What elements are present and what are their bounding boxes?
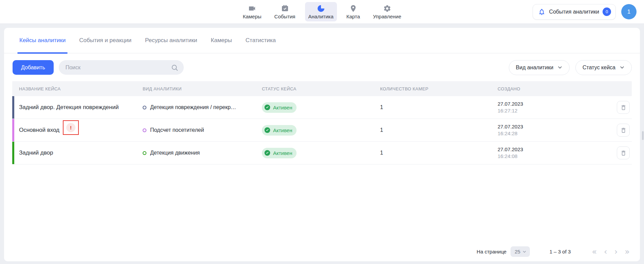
camera-count: 1	[380, 104, 383, 110]
search-box	[59, 60, 184, 75]
analytics-page-card: Кейсы аналитики События и реакции Ресурс…	[4, 28, 640, 261]
camera-icon	[248, 4, 256, 13]
nav-item-analytics[interactable]: Аналитика	[305, 2, 337, 21]
created-date: 27.07.2023	[498, 101, 523, 107]
per-page-label: На странице	[477, 249, 506, 254]
created-date: 27.07.2023	[498, 123, 523, 130]
tab-analytics-cases[interactable]: Кейсы аналитики	[19, 28, 66, 53]
tab-cameras[interactable]: Камеры	[211, 28, 232, 53]
add-case-button[interactable]: Добавить	[13, 60, 54, 75]
check-circle-icon	[264, 149, 271, 156]
bell-icon	[538, 8, 545, 16]
gear-icon	[383, 4, 391, 13]
column-header-case-name: НАЗВАНИЕ КЕЙСА	[12, 86, 136, 91]
row-accent-bar	[12, 142, 14, 164]
last-page-icon[interactable]: »	[625, 248, 630, 256]
next-page-icon[interactable]: ›	[614, 248, 618, 256]
pagination-range-label: 1 – 3 of 3	[550, 249, 571, 254]
user-avatar[interactable]: 1	[621, 4, 637, 19]
map-pin-icon	[349, 4, 357, 13]
nav-item-management[interactable]: Управление	[370, 2, 405, 21]
toolbar: Добавить Вид аналитики Статус кейса	[13, 60, 632, 75]
scrollbar-thumb[interactable]	[642, 131, 644, 140]
table-row[interactable]: Основной вход ! Подсчет посетителей Акти…	[12, 119, 632, 142]
created-time: 16:27:12	[498, 107, 523, 114]
case-status-filter[interactable]: Статус кейса	[575, 60, 632, 75]
events-count-badge: 0	[603, 7, 611, 16]
cases-table: НАЗВАНИЕ КЕЙСА ВИД АНАЛИТИКИ СТАТУС КЕЙС…	[12, 81, 632, 164]
nav-label: Аналитика	[308, 14, 334, 19]
nav-label: Карта	[346, 14, 360, 19]
check-circle-icon	[264, 127, 271, 134]
analytics-events-button[interactable]: События аналитики 0	[533, 4, 616, 20]
trash-icon	[620, 104, 627, 111]
nav-item-cameras[interactable]: Камеры	[239, 2, 265, 21]
section-tabs: Кейсы аналитики События и реакции Ресурс…	[4, 28, 640, 53]
first-page-icon[interactable]: «	[592, 248, 597, 256]
analytics-type-ring-icon	[143, 151, 146, 155]
table-header-row: НАЗВАНИЕ КЕЙСА ВИД АНАЛИТИКИ СТАТУС КЕЙС…	[12, 81, 632, 96]
chevron-down-icon	[522, 250, 526, 254]
per-page-value: 25	[515, 249, 520, 254]
delete-case-button[interactable]	[617, 124, 630, 137]
pagination-controls: « ‹ › »	[592, 248, 630, 256]
status-badge: Активен	[262, 102, 297, 113]
column-header-case-status: СТАТУС КЕЙСА	[255, 86, 373, 91]
case-name: Основной вход	[19, 127, 59, 134]
status-badge: Активен	[262, 148, 297, 158]
column-header-created: СОЗДАНО	[491, 86, 614, 91]
calendar-check-icon	[281, 4, 289, 13]
row-accent-bar	[12, 96, 14, 119]
status-label: Активен	[273, 105, 292, 110]
camera-count: 1	[380, 150, 383, 156]
top-bar: Камеры События Аналитика Карта Управлени…	[0, 0, 644, 24]
tab-events-and-reactions[interactable]: События и реакции	[79, 28, 131, 53]
per-page-select[interactable]: 25	[511, 246, 530, 257]
nav-label: Управление	[373, 14, 401, 19]
nav-label: Камеры	[243, 14, 262, 19]
table-row[interactable]: Задний двор Детекция движения Активен 1 …	[12, 142, 632, 164]
case-name: Задний двор	[19, 149, 53, 156]
created-date: 27.07.2023	[498, 146, 523, 153]
analytics-type: Детекция движения	[150, 150, 200, 156]
search-input[interactable]	[66, 65, 171, 71]
case-name: Задний двор. Детекция повреждений	[19, 104, 119, 111]
trash-icon	[620, 150, 627, 156]
delete-case-button[interactable]	[617, 101, 630, 114]
error-highlight-annotation: !	[63, 120, 79, 135]
analytics-type: Детекция повреждения / перекр…	[150, 104, 236, 110]
created-time: 16:24:28	[498, 130, 523, 137]
topbar-right: События аналитики 0 1	[405, 4, 637, 20]
events-button-label: События аналитики	[549, 9, 599, 15]
row-accent-bar	[12, 119, 14, 141]
filter-label: Вид аналитики	[516, 65, 554, 71]
check-circle-icon	[264, 104, 271, 111]
analytics-type-filter[interactable]: Вид аналитики	[509, 60, 570, 75]
error-exclamation-icon[interactable]: !	[66, 123, 75, 132]
nav-item-map[interactable]: Карта	[343, 2, 363, 21]
column-header-analytics-type: ВИД АНАЛИТИКИ	[136, 86, 255, 91]
chevron-down-icon	[620, 65, 625, 70]
nav-label: События	[274, 14, 296, 19]
previous-page-icon[interactable]: ‹	[604, 248, 607, 256]
table-row[interactable]: Задний двор. Детекция повреждений Детекц…	[12, 96, 632, 119]
status-label: Активен	[273, 150, 292, 156]
tab-statistics[interactable]: Статистика	[246, 28, 276, 53]
chevron-down-icon	[557, 65, 562, 70]
table-footer: На странице 25 1 – 3 of 3 « ‹ › »	[477, 246, 630, 257]
status-badge: Активен	[262, 125, 297, 136]
nav-item-events[interactable]: События	[271, 2, 299, 21]
camera-count: 1	[380, 127, 383, 133]
tab-analytics-resources[interactable]: Ресурсы аналитики	[145, 28, 197, 53]
delete-case-button[interactable]	[617, 146, 630, 159]
pie-chart-icon	[317, 4, 325, 13]
analytics-type-ring-icon	[143, 128, 146, 132]
column-header-camera-count: КОЛИЧЕСТВО КАМЕР	[373, 86, 491, 91]
main-navigation: Камеры События Аналитика Карта Управлени…	[239, 2, 405, 21]
search-icon[interactable]	[171, 64, 178, 71]
status-label: Активен	[273, 127, 292, 133]
trash-icon	[620, 127, 627, 134]
filter-label: Статус кейса	[583, 65, 615, 71]
analytics-type-ring-icon	[143, 106, 146, 109]
created-time: 16:24:08	[498, 153, 523, 160]
